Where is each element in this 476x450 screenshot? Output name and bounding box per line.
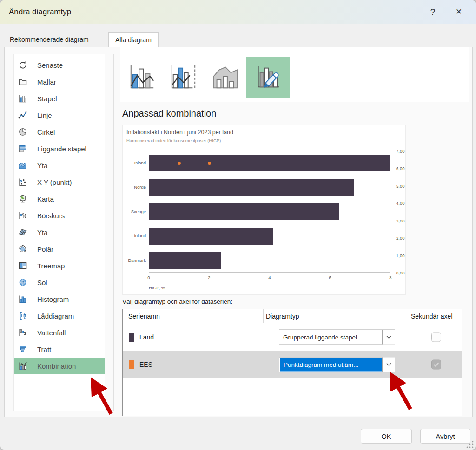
sidebar-item-label: Polär xyxy=(37,245,53,253)
chart-plot-area xyxy=(149,151,390,273)
secondary-y-tick-label: 4,00 xyxy=(396,201,405,206)
sunburst-chart-icon xyxy=(18,277,28,287)
treemap-chart-icon xyxy=(18,261,28,271)
dropdown-value-selected: Punktdiagram med utjäm... xyxy=(280,358,382,372)
sidebar-item-stapel[interactable]: Stapel xyxy=(14,90,105,107)
boxplot-chart-icon xyxy=(18,311,28,321)
sidebar-item-histogram[interactable]: Histogram xyxy=(14,291,105,307)
ees-series-point xyxy=(208,162,211,165)
gallery-option-custom-combination[interactable] xyxy=(246,57,290,98)
sidebar-item-label: Yta xyxy=(37,162,48,170)
ees-series-point xyxy=(178,162,181,165)
chart-type-dropdown-ees[interactable]: Punktdiagram med utjäm... xyxy=(279,357,395,372)
secondary-y-tick-label: 2,00 xyxy=(396,235,405,241)
secondary-axis-checkbox-land[interactable] xyxy=(431,333,441,342)
chart-secondary-ticks: 7,006,005,004,003,002,001,000,00 xyxy=(396,151,410,273)
scatter-chart-icon xyxy=(18,177,28,187)
sidebar-item-liggande-stapel[interactable]: Liggande stapel xyxy=(14,140,105,157)
chart-category-label: Sverige xyxy=(125,200,146,224)
gallery-option-stacked-area-column[interactable] xyxy=(206,57,245,98)
sidebar-item-yta-surface[interactable]: Yta xyxy=(14,224,105,241)
chart-bar xyxy=(149,203,339,220)
close-button[interactable]: ✕ xyxy=(449,0,469,24)
chart-x-axis-label: HICP, % xyxy=(149,285,165,290)
secondary-axis-checkbox-ees[interactable] xyxy=(431,360,441,370)
x-tick-label: 0 xyxy=(147,275,150,280)
series-row-ees[interactable]: EES Punktdiagram med utjäm... xyxy=(123,351,462,378)
sidebar-item-xy-punkt[interactable]: X Y (punkt) xyxy=(14,174,105,190)
combo-chart-icon xyxy=(18,361,28,371)
sidebar-item-yta-area[interactable]: Yta xyxy=(14,157,105,174)
sidebar-item-treemap[interactable]: Treemap xyxy=(14,257,105,274)
sidebar-item-label: Mallar xyxy=(37,78,56,86)
sidebar-item-label: Tratt xyxy=(37,346,51,353)
secondary-y-tick-label: 3,00 xyxy=(396,218,405,223)
custom-combination-icon xyxy=(254,63,283,93)
chart-subtitle: Harmoniserad index för konsumentpriser (… xyxy=(126,138,221,143)
chart-type-dropdown-land[interactable]: Grupperad liggande stapel xyxy=(279,330,395,345)
gallery-option-combo-column-line[interactable] xyxy=(122,57,161,98)
sidebar-item-label: X Y (punkt) xyxy=(37,178,72,186)
sidebar-item-vattenfall[interactable]: Vattenfall xyxy=(14,324,105,341)
cancel-button[interactable]: Avbryt xyxy=(420,429,470,444)
bar-chart-icon xyxy=(18,143,28,154)
x-tick-label: 4 xyxy=(268,275,271,280)
sidebar-item-mallar[interactable]: Mallar xyxy=(14,73,105,90)
chart-category-label: Danmark xyxy=(125,248,146,273)
series-table-header: Serienamn Diagramtyp Sekundär axel xyxy=(123,309,462,323)
chart-bar xyxy=(149,252,221,269)
stacked-area-clustered-column-icon xyxy=(211,63,240,93)
stock-chart-icon xyxy=(18,210,28,221)
column-header-diagramtyp: Diagramtyp xyxy=(266,309,299,323)
series-name: EES xyxy=(139,361,152,368)
sidebar-item-polar[interactable]: Polär xyxy=(14,241,105,257)
sidebar-item-label: Liggande stapel xyxy=(37,145,86,153)
templates-folder-icon xyxy=(18,77,28,87)
series-picker-label: Välj diagramtyp och axel för dataserien: xyxy=(122,298,232,305)
help-button[interactable]: ? xyxy=(423,0,443,24)
sidebar-item-laddiagram[interactable]: Låddiagram xyxy=(14,307,105,324)
series-row-land[interactable]: Land Grupperad liggande stapel xyxy=(123,323,462,351)
column-divider xyxy=(408,309,408,323)
tab-recommended-charts[interactable]: Rekommenderade diagram xyxy=(3,32,95,47)
sidebar-item-senaste[interactable]: Senaste xyxy=(14,57,105,73)
series-color-swatch xyxy=(129,333,134,342)
resize-grip[interactable] xyxy=(465,440,475,449)
map-chart-icon xyxy=(18,194,28,204)
title-bar: Ändra diagramtyp ? ✕ xyxy=(0,0,476,24)
sidebar-item-karta[interactable]: Karta xyxy=(14,190,105,207)
column-chart-icon xyxy=(18,93,28,104)
chart-type-list: Senaste Mallar Stapel Linje Cirkel Ligga… xyxy=(13,54,105,411)
check-icon xyxy=(433,362,439,367)
x-tick-label: 2 xyxy=(208,275,210,280)
sidebar-item-label: Yta xyxy=(37,228,48,236)
series-name: Land xyxy=(139,333,154,341)
combo-section-heading: Anpassad kombination xyxy=(122,108,216,119)
chart-category-label: Finland xyxy=(125,224,146,248)
change-chart-type-dialog: Ändra diagramtyp ? ✕ Rekommenderade diag… xyxy=(0,0,476,450)
chevron-down-icon[interactable] xyxy=(382,358,395,372)
column-header-sekundar-axel: Sekundär axel xyxy=(411,309,453,323)
chart-bar xyxy=(149,179,354,196)
recent-icon xyxy=(18,60,28,70)
sidebar-item-kombination[interactable]: Kombination xyxy=(14,358,105,374)
sidebar-item-borskurs[interactable]: Börskurs xyxy=(14,207,105,224)
gallery-option-combo-column-line-secondary[interactable] xyxy=(164,57,203,98)
chevron-down-icon[interactable] xyxy=(382,330,395,345)
tab-all-charts[interactable]: Alla diagram xyxy=(108,32,159,47)
ok-button[interactable]: OK xyxy=(361,429,412,444)
sidebar-item-label: Histogram xyxy=(37,295,69,303)
sidebar-item-label: Karta xyxy=(37,195,54,203)
combo-column-line-secondary-axis-icon xyxy=(169,63,198,93)
sidebar-item-tratt[interactable]: Tratt xyxy=(14,341,105,358)
x-tick-label: 8 xyxy=(389,275,391,280)
chart-bar xyxy=(149,228,273,244)
sidebar-item-cirkel[interactable]: Cirkel xyxy=(14,124,105,140)
sidebar-item-label: Treemap xyxy=(37,262,65,270)
sidebar-item-label: Senaste xyxy=(37,61,63,69)
sidebar-item-label: Stapel xyxy=(37,95,57,103)
surface-chart-icon xyxy=(18,227,28,237)
sidebar-item-linje[interactable]: Linje xyxy=(14,107,105,124)
funnel-chart-icon xyxy=(18,344,28,354)
sidebar-item-sol[interactable]: Sol xyxy=(14,274,105,291)
